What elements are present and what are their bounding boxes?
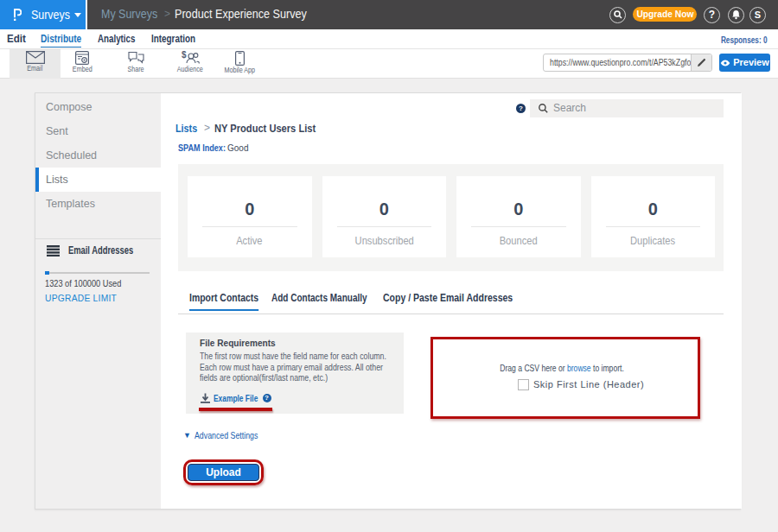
svg-text:$: $ <box>182 51 187 60</box>
